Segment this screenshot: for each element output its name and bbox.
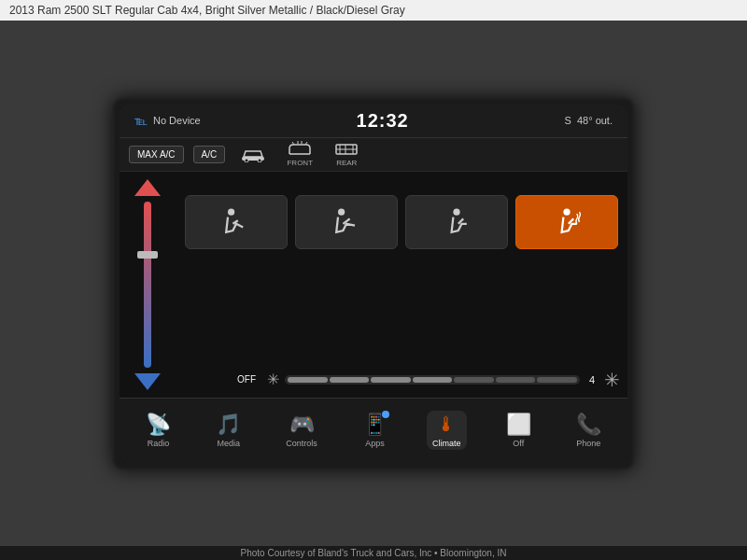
fan-seg-4: [413, 377, 453, 383]
fan-seg-7: [537, 377, 577, 383]
page-title: 2013 Ram 2500 SLT Regular Cab 4x4, Brigh…: [9, 4, 405, 17]
radio-label: Radio: [148, 439, 170, 448]
svg-point-15: [563, 208, 570, 215]
screen-wrapper: ℡ No Device 12:32 S 48° out. MAX A/C A/C: [112, 97, 635, 470]
climate-icon: 🌡: [436, 413, 457, 437]
status-bar: ℡ No Device 12:32 S 48° out.: [120, 105, 627, 138]
fan-seat-btn-1[interactable]: [185, 195, 288, 249]
nav-controls[interactable]: 🎮 Controls: [280, 411, 323, 450]
rear-defrost-button[interactable]: REAR: [328, 139, 365, 169]
top-buttons-row: MAX A/C A/C: [120, 138, 627, 172]
apps-badge-dot: [382, 411, 389, 418]
fan-level: 4: [585, 374, 599, 385]
nav-climate[interactable]: 🌡 Climate: [427, 411, 467, 450]
apps-badge: 📱: [362, 413, 388, 437]
fan-seg-5: [454, 377, 494, 383]
bluetooth-status: No Device: [153, 115, 201, 126]
media-icon: 🎵: [216, 413, 241, 437]
status-left: ℡ No Device: [134, 114, 201, 128]
svg-point-2: [258, 159, 261, 162]
apps-label: Apps: [365, 439, 385, 448]
temp-track: [144, 202, 151, 368]
ac-button[interactable]: A/C: [193, 146, 226, 163]
nav-radio[interactable]: 📡 Radio: [140, 411, 176, 450]
fan-seg-1: [288, 377, 328, 383]
fan-icon-small: ✳: [267, 371, 279, 388]
controls-grid: [176, 172, 627, 362]
main-content: ℡ No Device 12:32 S 48° out. MAX A/C A/C: [0, 21, 747, 546]
front-label: FRONT: [287, 159, 313, 167]
nav-media[interactable]: 🎵 Media: [210, 411, 247, 450]
off-icon: ⬜: [506, 413, 531, 437]
photo-credit: Photo Courtesy of Bland's Truck and Cars…: [0, 546, 747, 560]
page-title-bar: 2013 Ram 2500 SLT Regular Cab 4x4, Brigh…: [0, 0, 747, 21]
media-label: Media: [217, 439, 240, 448]
fan-seg-6: [496, 377, 536, 383]
temp-slider: [120, 172, 176, 398]
nav-off[interactable]: ⬜ Off: [500, 411, 537, 450]
car-icon-button[interactable]: [234, 144, 272, 164]
svg-point-12: [228, 208, 234, 215]
max-ac-button[interactable]: MAX A/C: [129, 146, 184, 163]
climate-label: Climate: [432, 439, 461, 448]
bluetooth-icon: ℡: [134, 114, 148, 128]
fan-seat-btn-3[interactable]: [405, 195, 508, 249]
off-label: Off: [513, 439, 524, 448]
temp-down-button[interactable]: [134, 373, 161, 390]
fan-seat-btn-4-active[interactable]: [515, 195, 618, 249]
satellite-indicator: S: [565, 115, 571, 126]
clock-display: 12:32: [357, 110, 409, 132]
phone-icon: 📞: [576, 413, 601, 437]
fan-seat-btn-2[interactable]: [295, 195, 398, 249]
infotainment-screen: ℡ No Device 12:32 S 48° out. MAX A/C A/C: [120, 105, 627, 463]
temp-up-button[interactable]: [134, 179, 161, 196]
bottom-nav: 📡 Radio 🎵 Media 🎮 Controls 📱 Apps: [120, 398, 627, 463]
temp-handle[interactable]: [137, 251, 158, 259]
control-area: OFF ✳ 4 ✳: [120, 172, 627, 398]
outside-temp: 48° out.: [577, 115, 613, 126]
svg-point-14: [453, 208, 459, 215]
svg-point-13: [338, 208, 345, 215]
controls-label: Controls: [286, 439, 317, 448]
fan-speed-row: OFF ✳ 4 ✳: [176, 362, 627, 398]
radio-icon: 📡: [146, 413, 171, 437]
controls-icon: 🎮: [289, 413, 315, 437]
fan-icon-large: ✳: [604, 369, 620, 391]
phone-label: Phone: [576, 439, 600, 448]
fan-seg-2: [330, 377, 370, 383]
status-right: S 48° out.: [565, 115, 613, 126]
rear-label: REAR: [336, 159, 357, 167]
nav-apps[interactable]: 📱 Apps: [357, 411, 393, 450]
nav-phone[interactable]: 📞 Phone: [571, 411, 607, 450]
front-defrost-button[interactable]: FRONT: [281, 139, 318, 169]
svg-point-1: [245, 159, 248, 162]
fan-off-label[interactable]: OFF: [232, 372, 261, 386]
fan-seg-3: [371, 377, 411, 383]
fan-speed-bar[interactable]: [285, 375, 580, 385]
